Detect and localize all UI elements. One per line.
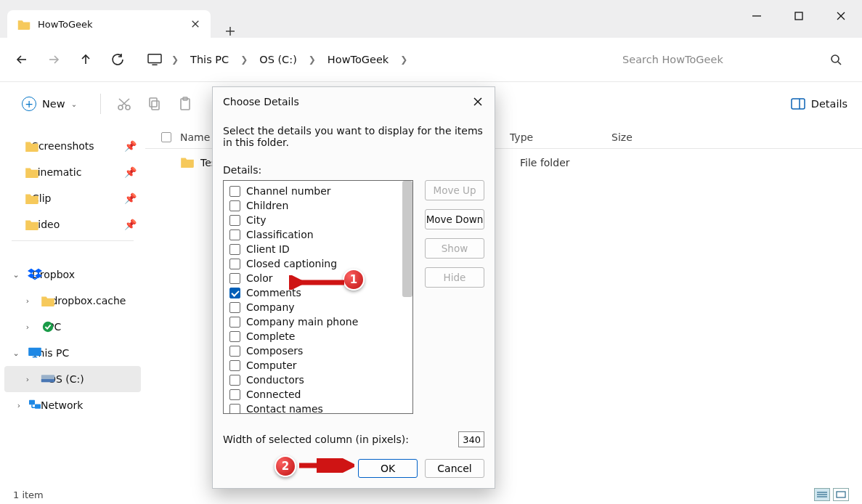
chevron-right-icon[interactable]: ❯: [394, 54, 413, 65]
detail-checkbox-item[interactable]: Client ID: [224, 242, 412, 256]
width-input[interactable]: [458, 431, 484, 447]
paste-icon[interactable]: [178, 97, 192, 111]
forward-button[interactable]: [42, 48, 65, 71]
ok-button[interactable]: OK: [358, 459, 418, 478]
tab-howtogeek[interactable]: HowToGeek: [7, 10, 211, 38]
breadcrumb-seg-0[interactable]: This PC: [187, 51, 232, 68]
show-button[interactable]: Show: [425, 238, 484, 259]
checkbox[interactable]: [229, 186, 240, 197]
detail-checkbox-item[interactable]: Contact names: [224, 402, 412, 414]
maximize-button[interactable]: [778, 0, 820, 32]
breadcrumb-seg-2[interactable]: HowToGeek: [325, 51, 391, 68]
detail-checkbox-item[interactable]: Complete: [224, 329, 412, 344]
copy-icon[interactable]: [147, 97, 162, 111]
close-button[interactable]: [820, 0, 862, 32]
back-button[interactable]: [10, 48, 33, 71]
chevron-right-icon[interactable]: ›: [22, 322, 33, 332]
column-header-type[interactable]: Type: [510, 131, 611, 143]
sidebar-item-cinematic[interactable]: cinematic 📌: [4, 159, 141, 185]
folder-icon: [180, 156, 195, 169]
svg-rect-27: [33, 357, 37, 358]
select-all-checkbox[interactable]: [161, 132, 171, 142]
sidebar-item-this-pc[interactable]: ⌄ This PC: [4, 340, 141, 366]
minimize-button[interactable]: [736, 0, 778, 32]
sidebar-item-dropbox[interactable]: ⌄ Dropbox: [4, 261, 141, 288]
dialog-title: Choose Details: [223, 96, 299, 107]
move-up-button[interactable]: Move Up: [425, 180, 484, 200]
chevron-right-icon[interactable]: ❯: [235, 54, 253, 65]
cut-icon[interactable]: [117, 97, 131, 111]
hide-button[interactable]: Hide: [425, 267, 484, 288]
checkbox[interactable]: [229, 375, 240, 386]
chevron-down-icon[interactable]: ⌄: [10, 270, 22, 280]
move-down-button[interactable]: Move Down: [425, 209, 484, 229]
checkbox[interactable]: [229, 360, 240, 371]
titlebar: HowToGeek: [0, 0, 862, 38]
chevron-down-icon[interactable]: ⌄: [10, 349, 22, 358]
checkbox[interactable]: [229, 317, 240, 328]
sidebar-item-dropbox-pc[interactable]: › PC: [4, 314, 141, 340]
checkbox[interactable]: [229, 302, 240, 313]
dialog-instruction: Select the details you want to display f…: [223, 125, 484, 148]
dialog-close-button[interactable]: [471, 95, 484, 108]
sidebar-item-screenshots[interactable]: Screenshots 📌: [4, 133, 141, 159]
detail-item-label: Connected: [246, 389, 301, 400]
detail-item-label: Composers: [246, 345, 303, 357]
new-button[interactable]: + New ⌄: [15, 91, 84, 117]
checkbox[interactable]: [229, 229, 240, 240]
svg-point-25: [43, 322, 53, 332]
detail-checkbox-item[interactable]: Classification: [224, 227, 412, 242]
column-header-size[interactable]: Size: [611, 131, 684, 143]
checkbox[interactable]: [229, 288, 240, 298]
chevron-right-icon[interactable]: ›: [13, 401, 25, 410]
refresh-button[interactable]: [106, 48, 129, 71]
scrollbar[interactable]: [402, 181, 412, 297]
details-list[interactable]: Channel numberChildrenCityClassification…: [223, 180, 413, 414]
detail-item-label: Contact names: [246, 403, 323, 414]
address-bar[interactable]: ❯ This PC ❯ OS (C:) ❯ HowToGeek ❯: [147, 51, 603, 68]
checkbox[interactable]: [229, 404, 240, 415]
monitor-icon: [28, 346, 42, 359]
checkbox[interactable]: [229, 215, 240, 226]
sidebar-item-os-c[interactable]: › OS (C:): [4, 366, 141, 392]
detail-checkbox-item[interactable]: Computer: [224, 358, 412, 373]
view-details-button[interactable]: [814, 488, 830, 501]
annotation-bubble-2: 2: [275, 455, 296, 477]
chevron-right-icon[interactable]: ›: [22, 375, 33, 384]
detail-checkbox-item[interactable]: Composers: [224, 344, 412, 358]
sidebar-item-clip[interactable]: Clip 📌: [4, 185, 141, 211]
detail-checkbox-item[interactable]: Children: [224, 198, 412, 213]
checkbox[interactable]: [229, 273, 240, 284]
tab-close-icon[interactable]: [190, 19, 200, 29]
chevron-right-icon[interactable]: ❯: [303, 54, 322, 65]
detail-checkbox-item[interactable]: Company main phone: [224, 314, 412, 329]
window-controls: [736, 0, 862, 32]
cancel-button[interactable]: Cancel: [425, 459, 484, 478]
checkbox[interactable]: [229, 200, 240, 211]
up-button[interactable]: [74, 48, 97, 71]
search-input[interactable]: Search HowToGeek: [612, 46, 852, 73]
checkbox[interactable]: [229, 259, 240, 269]
detail-checkbox-item[interactable]: City: [224, 213, 412, 227]
row-checkbox[interactable]: [161, 158, 171, 168]
detail-checkbox-item[interactable]: Conductors: [224, 373, 412, 387]
detail-item-label: Conductors: [246, 374, 304, 386]
checkbox[interactable]: [229, 389, 240, 400]
new-tab-button[interactable]: [224, 25, 237, 38]
detail-checkbox-item[interactable]: Channel number: [224, 184, 412, 198]
checkbox[interactable]: [229, 244, 240, 255]
checkbox[interactable]: [229, 346, 240, 357]
detail-checkbox-item[interactable]: Connected: [224, 387, 412, 402]
sidebar-item-network[interactable]: › Network: [4, 392, 141, 418]
sidebar: Screenshots 📌 cinematic 📌 Clip 📌 video 📌: [0, 126, 145, 485]
detail-checkbox-item[interactable]: Closed captioning: [224, 256, 412, 271]
checkbox[interactable]: [229, 331, 240, 342]
sidebar-item-dropbox-cache[interactable]: › .dropbox.cache: [4, 288, 141, 314]
sidebar-item-video[interactable]: video 📌: [4, 211, 141, 237]
detail-checkbox-item[interactable]: Company: [224, 300, 412, 314]
details-pane-button[interactable]: Details: [791, 98, 847, 110]
breadcrumb-seg-1[interactable]: OS (C:): [256, 51, 300, 68]
chevron-right-icon[interactable]: ›: [22, 296, 33, 306]
chevron-right-icon[interactable]: ❯: [166, 54, 184, 65]
view-large-icons-button[interactable]: [833, 488, 849, 501]
